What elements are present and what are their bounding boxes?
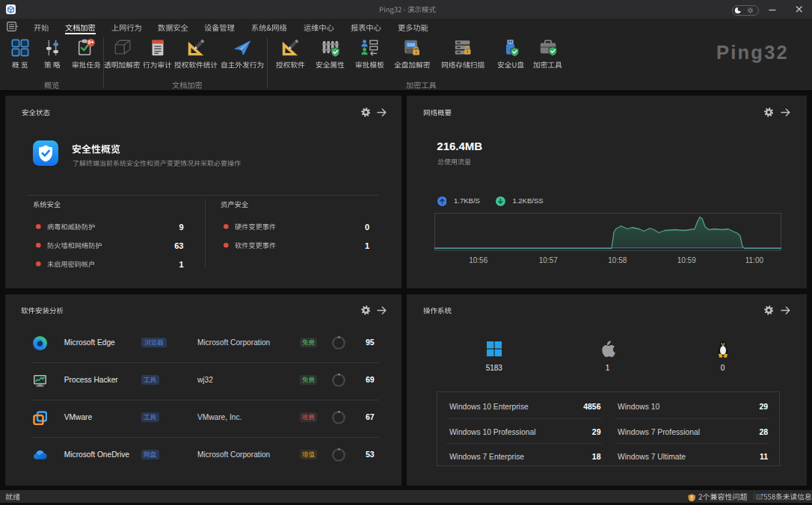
svg-text:SSD: SSD [407,43,415,47]
svg-text:9+: 9+ [88,40,94,45]
